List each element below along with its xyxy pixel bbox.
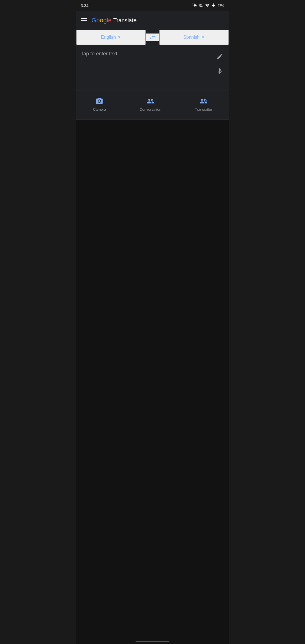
input-area (76, 45, 229, 90)
swap-languages-button[interactable] (146, 33, 159, 41)
app-bar: Google Translate (76, 11, 229, 29)
language-bar: English ▼ Spanish ▼ (76, 29, 229, 45)
app-title: Translate (113, 17, 137, 24)
mic-button[interactable] (215, 67, 224, 76)
source-language-label: English (101, 35, 116, 40)
battery-icon: 47% (217, 4, 224, 8)
menu-button[interactable] (81, 18, 87, 22)
app-logo: Google Translate (91, 17, 137, 24)
alarm-icon (193, 3, 197, 8)
conversation-button[interactable]: Conversation (134, 95, 167, 114)
status-icons: 47% (193, 3, 224, 8)
conversation-label: Conversation (140, 107, 161, 112)
notification-muted-icon (199, 3, 203, 8)
airplane-mode-icon (211, 3, 216, 8)
home-bar (136, 641, 169, 642)
source-language-button[interactable]: English ▼ (76, 30, 146, 45)
target-language-button[interactable]: Spanish ▼ (159, 30, 229, 45)
source-language-chevron-icon: ▼ (117, 35, 121, 39)
camera-icon (95, 97, 103, 105)
pen-button[interactable] (215, 52, 224, 61)
camera-button[interactable]: Camera (87, 95, 112, 114)
input-row (81, 51, 224, 76)
target-language-chevron-icon: ▼ (201, 35, 205, 39)
google-logo: Google (91, 17, 112, 24)
status-bar: 3:34 47% (76, 0, 229, 11)
bottom-tools: Camera Conversation Transcribe (76, 90, 229, 120)
pen-icon (216, 53, 223, 60)
mic-icon (216, 68, 223, 75)
camera-label: Camera (93, 107, 106, 112)
swap-icon (149, 34, 156, 41)
transcribe-icon (199, 97, 207, 105)
transcribe-label: Transcribe (195, 107, 212, 112)
transcribe-button[interactable]: Transcribe (189, 95, 218, 114)
wifi-icon (205, 3, 210, 8)
conversation-icon (147, 97, 154, 105)
empty-content-area (76, 120, 229, 638)
text-input[interactable] (81, 51, 212, 75)
home-indicator (76, 638, 229, 644)
status-time: 3:34 (81, 3, 88, 8)
target-language-label: Spanish (183, 35, 200, 40)
input-actions (215, 51, 224, 76)
